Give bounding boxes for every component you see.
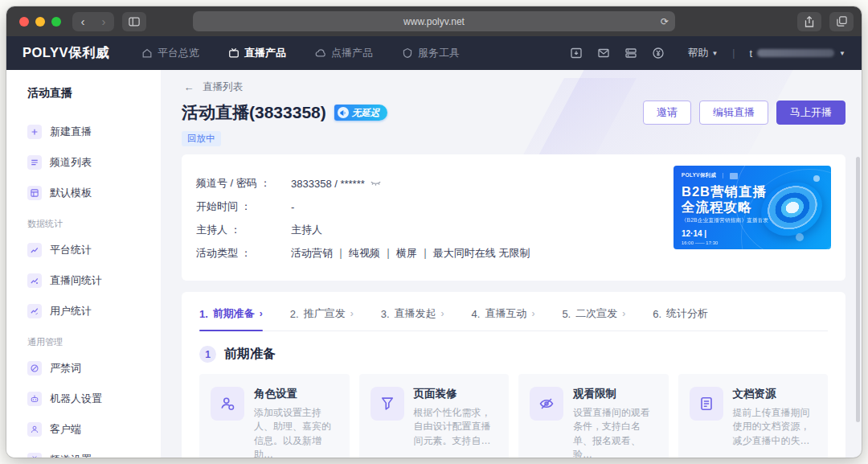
no-delay-badge[interactable]: 无延迟: [334, 105, 388, 121]
list-icon: [27, 155, 42, 170]
step-preparation[interactable]: 1.前期准备›: [199, 306, 263, 321]
person-icon: [27, 422, 42, 437]
nav-item-vod-product[interactable]: 点播产品: [315, 46, 373, 60]
zoom-window-button[interactable]: [51, 17, 61, 27]
banner-decor: [796, 233, 804, 241]
invite-button[interactable]: 邀请: [643, 101, 691, 125]
step-launch[interactable]: 3.直播发起›: [381, 306, 444, 321]
sidebar-item-robot-settings[interactable]: 机器人设置: [27, 384, 161, 414]
share-icon: [805, 16, 814, 27]
step-repromotion[interactable]: 5.二次宣发›: [562, 306, 625, 321]
info-row-host: 主持人 ： 主持人: [196, 223, 674, 237]
history-nav: ‹ ›: [72, 12, 114, 31]
sidebar-item-user-stats[interactable]: 用户统计: [27, 296, 161, 326]
sidebar-group-general-mgmt: 通用管理: [27, 336, 161, 348]
plus-icon: [27, 125, 42, 139]
reload-icon[interactable]: ⟳: [661, 16, 669, 27]
forward-button[interactable]: ›: [93, 12, 114, 31]
sidebar-item-default-template[interactable]: 默认模板: [27, 178, 161, 208]
close-window-button[interactable]: [19, 17, 29, 27]
screenshot-stage: ‹ › www.polyv.net ⟳ POLYV保利威 平台总览: [0, 0, 868, 464]
chevron-right-icon: ›: [260, 308, 263, 319]
step-analytics[interactable]: 6.统计分析: [653, 306, 708, 321]
url-text: www.polyv.net: [403, 16, 465, 27]
home-icon: [141, 47, 153, 59]
template-icon: [27, 186, 42, 200]
polyv-logo[interactable]: POLYV保利威: [23, 44, 109, 62]
url-bar[interactable]: www.polyv.net ⟳: [193, 11, 675, 31]
divider: |: [732, 47, 735, 59]
main-content: ← 直播列表 活动直播(3833358) 无延迟 邀请 编辑直播 马上开播 回放…: [161, 70, 862, 458]
sidebar-item-client[interactable]: 客户端: [27, 414, 161, 445]
section-title: 前期准备: [224, 346, 276, 363]
megaphone-icon: [338, 107, 349, 118]
back-icon[interactable]: ←: [182, 80, 196, 94]
nav-item-service-tools[interactable]: 服务工具: [402, 46, 460, 60]
step-interaction[interactable]: 4.直播互动›: [472, 306, 535, 321]
paint-icon: [371, 387, 404, 421]
inbox-icon[interactable]: [570, 47, 583, 60]
sidebar-item-platform-stats[interactable]: 平台统计: [27, 235, 161, 265]
scrollbar[interactable]: [856, 157, 860, 422]
account-name-redacted: [757, 49, 834, 57]
robot-icon: [27, 392, 42, 406]
banner-logos: POLYV保利威｜: [682, 172, 738, 179]
section-number-badge: 1: [199, 346, 216, 363]
eye-closed-icon[interactable]: [370, 179, 382, 188]
sidebar-item-channel-list[interactable]: 频道列表: [27, 147, 161, 178]
account-menu[interactable]: t ▼: [749, 47, 845, 60]
traffic-lights: [19, 17, 61, 27]
banner-date: 12·14 |: [682, 229, 706, 238]
workflow-card: 1.前期准备› 2.推广宣发› 3.直播发起› 4.直播互动› 5.二次宣发›: [182, 292, 845, 458]
card-view-restriction[interactable]: 观看限制设置直播间的观看条件，支持白名单、报名观看、验…: [518, 374, 669, 458]
chart-icon: [27, 304, 42, 318]
banner-title-2: 全流程攻略: [682, 199, 752, 216]
channel-info-card: 频道号 / 密码 ： 3833358 / ****** 开始时间 ： - 主持人…: [182, 154, 845, 281]
currency-icon[interactable]: [652, 47, 665, 60]
step-promotion[interactable]: 2.推广宣发›: [290, 306, 354, 321]
chevron-down-icon: ▼: [711, 50, 718, 57]
card-document-resources[interactable]: 文档资源提前上传直播期间使用的文档资源，减少直播中的失…: [678, 374, 829, 458]
breadcrumb[interactable]: ← 直播列表: [182, 80, 845, 94]
sidebar-title: 活动直播: [27, 86, 161, 101]
promo-banner[interactable]: POLYV保利威｜ B2B营销直播 全流程攻略 《B2B企业直播营销指南》直播首…: [674, 166, 831, 249]
sidebar-item-banned-words[interactable]: 严禁词: [27, 353, 161, 384]
chevron-right-icon: ›: [622, 308, 625, 319]
edit-live-button[interactable]: 编辑直播: [699, 101, 768, 125]
info-row-start-time: 开始时间 ： -: [196, 199, 674, 214]
start-live-button[interactable]: 马上开播: [776, 101, 845, 125]
tabs-icon: [837, 16, 847, 27]
sidebar-item-new-live[interactable]: 新建直播: [27, 117, 161, 147]
chevron-right-icon: ›: [350, 308, 354, 319]
sidebar-item-room-stats[interactable]: 直播间统计: [27, 265, 161, 296]
card-role-settings[interactable]: 角色设置添加或设置主持人、助理、嘉宾的信息。以及新增助…: [199, 374, 350, 458]
help-menu[interactable]: 帮助 ▼: [687, 46, 718, 60]
page-title: 活动直播(3833358): [182, 101, 326, 124]
share-button[interactable]: [797, 12, 821, 31]
chart-icon: [27, 243, 42, 257]
sidebar-item-channel-settings[interactable]: 频道设置: [27, 445, 161, 458]
workflow-steps: 1.前期准备› 2.推广宣发› 3.直播发起› 4.直播互动› 5.二次宣发›: [199, 306, 828, 331]
sidebar-toggle-button[interactable]: [122, 12, 146, 31]
info-row-channel-password: 频道号 / 密码 ： 3833358 / ******: [196, 176, 674, 191]
role-icon: [211, 387, 244, 421]
info-row-activity-type: 活动类型 ： 活动营销 ｜ 纯视频 ｜ 横屏 ｜ 最大同时在线 无限制: [196, 246, 674, 261]
nav-item-platform-overview[interactable]: 平台总览: [141, 46, 199, 60]
mail-icon[interactable]: [597, 47, 610, 60]
tab-overview-button[interactable]: [829, 12, 854, 31]
card-page-decoration[interactable]: 页面装修根据个性化需求，自由设计配置直播间元素。支持自…: [359, 374, 510, 458]
banner-time: 16:00 —— 17:30: [682, 240, 718, 245]
chart-icon: [27, 273, 42, 288]
chevron-right-icon: ›: [531, 308, 534, 319]
nav-item-live-product[interactable]: 直播产品: [228, 46, 286, 60]
tv-icon: [27, 453, 42, 458]
sidebar: 活动直播 新建直播 频道列表 默认模板 数据统计 平台统计 直播间统计: [6, 70, 161, 458]
back-button[interactable]: ‹: [72, 12, 93, 31]
chevron-right-icon: ›: [441, 308, 444, 319]
cloud-icon: [315, 47, 326, 59]
minimize-window-button[interactable]: [35, 17, 45, 27]
console-icon[interactable]: [624, 47, 637, 60]
status-badge: 回放中: [182, 131, 221, 146]
sidebar-group-data-stats: 数据统计: [27, 218, 161, 230]
browser-window: ‹ › www.polyv.net ⟳ POLYV保利威 平台总览: [6, 6, 862, 458]
